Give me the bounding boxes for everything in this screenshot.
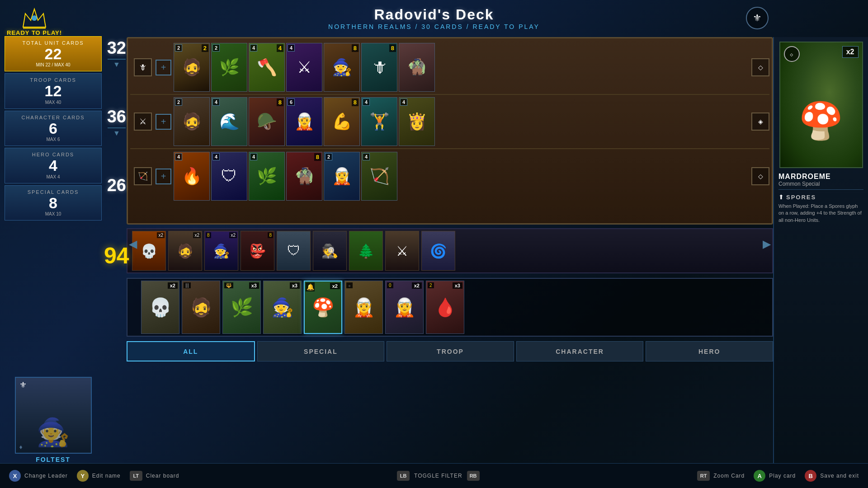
score-total-value: 94 [104,243,129,269]
coll-card-5-selected[interactable]: 🍄 x2 🔔 [304,281,342,334]
score-row1-value: 32 [107,38,126,58]
bottom-bar: X Change Leader Y Edit name LT Clear boa… [0,463,868,488]
action-edit-name[interactable]: Y Edit name [77,470,121,482]
x-button: X [9,470,21,482]
row2-add-btn[interactable]: + [156,114,171,130]
svg-rect-2 [23,27,46,29]
coll-card-4[interactable]: 🧙 x3 [263,281,302,334]
zoom-card-label: Zoom Card [713,473,745,479]
stat-total-unit-value: 22 [9,46,97,62]
filter-btn-special[interactable]: SPECIAL [257,341,385,361]
coll-card-1[interactable]: 💀 x2 [141,281,179,334]
filter-buttons: ALL SPECIAL TROOP CHARACTER HERO [127,341,773,361]
score-row1: 32 ▼ [104,38,129,69]
row2-end-icon: ◈ [751,113,769,131]
card-preview: x2 ⬦ [779,42,863,168]
filter-btn-all[interactable]: ALL [127,341,255,361]
header: Radovid's Deck NORTHERN REALMS / 30 card… [0,0,868,36]
stat-troop-sub: MAX 40 [9,100,97,105]
card-row1-7[interactable]: 🧌 [399,43,435,92]
action-clear-board[interactable]: LT Clear board [130,471,179,481]
card-row1-2[interactable]: 2 🌿 [211,43,247,92]
action-zoom-card[interactable]: RT Zoom Card [697,471,745,481]
card-row2-4[interactable]: 6 🧝 [286,97,322,146]
card-row3-2[interactable]: 4 🛡 [211,152,247,201]
special-card-1[interactable]: 💀 x2 [132,231,166,271]
stat-troop-value: 12 [9,83,97,99]
card-row1-4[interactable]: 4 ⚔ [286,43,322,92]
ready-badge: READY TO PLAY! [7,7,62,36]
stat-total-unit: TOTAL UNIT CARDS 22 MIN 22 / MAX 40 [5,36,102,71]
filter-btn-character[interactable]: CHARACTER [516,341,644,361]
special-card-8[interactable]: ⚔ [385,231,419,271]
coll-card-2[interactable]: 🧔 ||| [182,281,220,334]
leader-card[interactable]: ⚜ 🧙 ⚜ ♦ [15,377,92,454]
stat-special-sub: MAX 10 [9,211,97,216]
card-row3-5[interactable]: 2 🧝 [324,152,360,201]
special-card-3[interactable]: 🧙 x2 8 [204,231,238,271]
preview-multiplier: x2 [842,46,859,58]
coll-card-3[interactable]: 🌿 x3 🔱 [222,281,261,334]
special-card-9[interactable]: 🌀 [421,231,455,271]
special-cards-row: 💀 x2 🧔 x2 🧙 x2 8 👺 8 🛡 🕵 🌲 ⚔ 🌀 [127,228,773,273]
ready-text: READY TO PLAY! [7,29,62,36]
collection-arrow-left[interactable]: ◀ [129,238,137,250]
b-button: B [805,470,816,482]
deck-row-3: 🏹 + 4 🔥 4 🛡 4 🌿 8 🧌 2 🧝 [130,149,769,203]
action-save-exit[interactable]: B Save and exit [805,470,859,482]
score-row3: 26 [104,176,129,195]
card-row3-1[interactable]: 4 🔥 [174,152,210,201]
card-row2-5[interactable]: 8 💪 [324,97,360,146]
row2-icon: ⚔ [134,113,152,131]
score-row2-arrow: ▼ [113,129,120,137]
crown-icon [21,7,48,29]
action-change-leader[interactable]: X Change Leader [9,470,68,482]
stat-special-label: SPECIAL CARDS [9,189,97,195]
special-card-4[interactable]: 👺 8 [241,231,274,271]
special-card-6[interactable]: 🕵 [313,231,347,271]
rb-button[interactable]: RB [467,471,480,481]
deck-row-1: 🗡 + 2 2 🧔 2 🌿 4 4 🪓 4 ⚔ 8 🧙 [130,41,769,95]
deck-area: 🗡 + 2 2 🧔 2 🌿 4 4 🪓 4 ⚔ 8 🧙 [127,37,773,225]
card-row2-7[interactable]: 4 👸 [399,97,435,146]
stat-character-value: 6 [9,120,97,137]
ability-name: SPORES [786,194,816,201]
filter-btn-troop[interactable]: TROOP [387,341,514,361]
card-row2-3[interactable]: 8 🪖 [249,97,285,146]
right-panel: x2 ⬦ MARDROEME Common Special ⬆ SPORES W… [773,37,868,463]
y-button: Y [77,470,89,482]
filter-btn-hero[interactable]: HERO [646,341,773,361]
card-row2-1[interactable]: 2 🧔 [174,97,210,146]
row3-add-btn[interactable]: + [156,169,171,184]
a-button: A [754,470,765,482]
score-row3-value: 26 [107,176,126,195]
toggle-filter-area: LB TOGGLE FILTER RB [397,471,480,481]
collection-arrow-right[interactable]: ▶ [763,238,771,250]
score-total: 94 [104,243,129,269]
special-card-5[interactable]: 🛡 [277,231,311,271]
special-card-2[interactable]: 🧔 x2 [168,231,202,271]
card-row1-1[interactable]: 2 2 🧔 [174,43,210,92]
card-row1-3[interactable]: 4 4 🪓 [249,43,285,92]
card-row1-5[interactable]: 8 🧙 [324,43,360,92]
card-row2-2[interactable]: 4 🌊 [211,97,247,146]
stat-hero-value: 4 [9,157,97,174]
stat-total-unit-sub: MIN 22 / MAX 40 [9,62,97,67]
coll-card-6[interactable]: 🧝 ⬦ [344,281,383,334]
card-row3-4[interactable]: 8 🧌 [286,152,322,201]
score-row1-arrow: ▼ [113,61,120,69]
card-row1-6[interactable]: 8 🗡 [361,43,397,92]
card-row3-3[interactable]: 4 🌿 [249,152,285,201]
coll-card-7[interactable]: 🧝 x2 0 [385,281,424,334]
action-play-card[interactable]: A Play card [754,470,796,482]
row1-add-btn[interactable]: + [156,60,171,75]
special-card-7[interactable]: 🌲 [349,231,383,271]
lb-button[interactable]: LB [397,471,410,481]
card-row3-6[interactable]: 4 🏹 [361,152,397,201]
toggle-filter-label: TOGGLE FILTER [414,473,462,479]
ability-desc: When Played: Place a Spores glyph on a r… [778,203,863,224]
card-row2-6[interactable]: 4 🏋 [361,97,397,146]
coll-card-8[interactable]: 🩸 x3 2 [426,281,464,334]
save-exit-label: Save and exit [820,473,859,479]
leader-area: ⚜ 🧙 ⚜ ♦ FOLTEST [5,377,102,463]
